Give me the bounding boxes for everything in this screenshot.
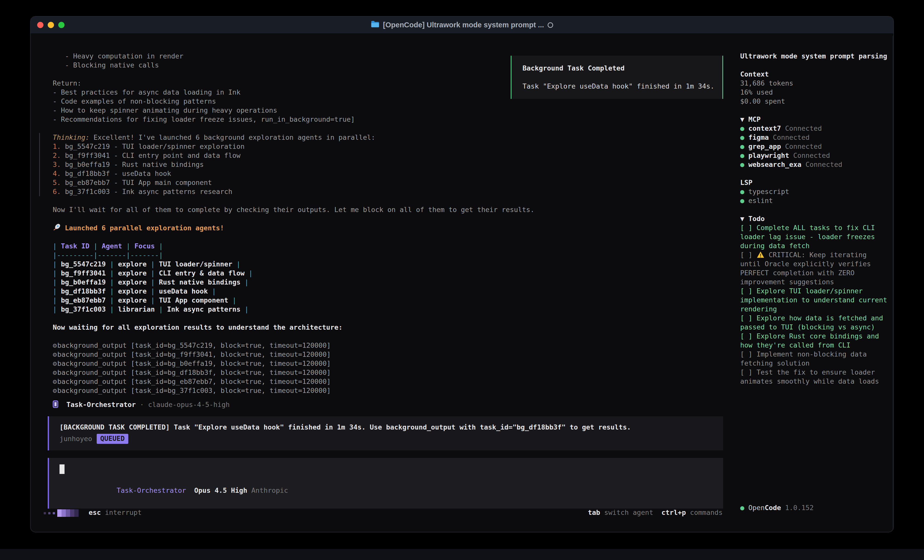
gear-icon: ⚙ (53, 386, 57, 395)
terminal-line: ● eslint (740, 196, 891, 205)
provider-name: Anthropic (248, 487, 288, 494)
terminal-line: $0.00 spent (740, 97, 891, 106)
terminal-line: Launched 6 parallel exploration agents! (39, 223, 724, 232)
terminal-line: ⚙background_output [task_id=bg_df18bb3f,… (39, 368, 724, 377)
todo-item: [ ] Implement non-blocking data fetching… (740, 350, 891, 368)
terminal-line: Now I'll wait for all of them to complet… (39, 205, 724, 214)
terminal-line: Now waiting for all exploration results … (39, 323, 724, 332)
gear-icon: ⚙ (53, 350, 57, 359)
terminal-line (740, 205, 891, 214)
assistant-text: Now I'll wait for all of them to complet… (39, 205, 724, 214)
main-terminal-pane: - Heavy computation in render - Blocking… (31, 34, 724, 532)
terminal-line: ▼ MCP (740, 115, 891, 124)
terminal-line (740, 61, 891, 70)
dock-strip (0, 549, 924, 560)
todo-item: [ ] Complete ALL tasks to fix CLI loader… (740, 223, 891, 250)
sidebar-info: Ultrawork mode system prompt parsing Con… (740, 52, 891, 223)
zoom-button[interactable] (58, 22, 64, 28)
folder-icon (371, 21, 380, 29)
rocket-icon (53, 223, 61, 232)
warning-triangle-icon (756, 250, 765, 259)
gear-icon: ⚙ (53, 377, 57, 386)
terminal-line: ⚙background_output [task_id=bg_f9ff3041,… (39, 350, 724, 359)
terminal-line: | bg_b0effa19 | explore | Rust native bi… (39, 278, 724, 287)
terminal-line: ● playwright Connected (740, 151, 891, 160)
terminal-line: ⚙background_output [task_id=bg_eb87ebb7,… (39, 377, 724, 386)
gear-icon: ⚙ (53, 368, 57, 377)
loading-circle-icon (548, 22, 553, 28)
gear-icon: ⚙ (53, 359, 57, 368)
todo-item: [ ] Test the fix to ensure loader animat… (740, 368, 891, 386)
scrollbar[interactable] (892, 35, 894, 530)
sidebar: Ultrawork mode system prompt parsing Con… (724, 34, 894, 532)
agent-header: Task-Orchestrator · claude-opus-4-5-high (39, 400, 724, 409)
terminal-line: - Recommendations for fixing loader free… (39, 115, 724, 124)
toast-body: Task "Explore useData hook" finished in … (522, 82, 722, 91)
assistant-text-2: Now waiting for all exploration results … (39, 323, 724, 332)
terminal-line: | bg_df18bb3f | explore | useData hook | (39, 287, 724, 296)
background-task-completed-box: [BACKGROUND TASK COMPLETED] Task "Explor… (48, 416, 723, 450)
queued-badge: QUEUED (97, 434, 128, 444)
prompt-input[interactable]: Task-Orchestrator Opus 4.5 High Anthropi… (48, 458, 723, 509)
titlebar: [OpenCode] Ultrawork mode system prompt … (31, 16, 893, 34)
terminal-line: ⚙background_output [task_id=bg_5547c219,… (39, 341, 724, 350)
thinking-block: Thinking: Excellent! I've launched 6 bac… (39, 133, 724, 196)
announcement-line: Launched 6 parallel exploration agents! (39, 223, 724, 232)
terminal-line: 2. bg_f9ff3041 - CLI entry point and dat… (40, 151, 724, 160)
task-completed-message: [BACKGROUND TASK COMPLETED] Task "Explor… (60, 423, 713, 432)
terminal-line: |---------|-------|-------| (39, 251, 724, 260)
terminal-line: ● websearch_exa Connected (740, 160, 891, 169)
terminal-line: 3. bg_b0effa19 - Rust native bindings (40, 160, 724, 169)
terminal-line: Thinking: Excellent! I've launched 6 bac… (40, 133, 724, 142)
esc-hint: esc interrupt (88, 509, 142, 518)
terminal-line: LSP (740, 178, 891, 187)
terminal-line: | bg_eb87ebb7 | explore | TUI App compon… (39, 296, 724, 305)
keyboard-hints: tab switch agent ctrl+p commands (588, 509, 723, 518)
terminal-line: - How to keep spinner animating during h… (39, 106, 724, 115)
terminal-line: ● grep_app Connected (740, 142, 891, 151)
chat-transcript: - Heavy computation in render - Blocking… (31, 34, 724, 509)
tool-call-list: ⚙background_output [task_id=bg_5547c219,… (39, 341, 724, 395)
terminal-line (740, 169, 891, 178)
minimize-button[interactable] (48, 22, 54, 28)
gear-icon: ⚙ (53, 341, 57, 350)
status-bar: esc interrupt tab switch agent ctrl+p co… (31, 509, 724, 518)
progress-blocks-icon (44, 509, 79, 517)
text-cursor (60, 464, 64, 474)
terminal-line: ▼ Todo (740, 214, 891, 223)
username: junhoyeo (60, 434, 92, 443)
todo-item: [ ] CRITICAL: Keep iterating until Oracl… (740, 250, 891, 286)
toast-notification[interactable]: Background Task Completed Task "Explore … (511, 56, 723, 99)
toast-title: Background Task Completed (522, 64, 722, 73)
terminal-line: 1. bg_5547c219 - TUI loader/spinner expl… (40, 142, 724, 151)
terminal-line: Ultrawork mode system prompt parsing (740, 52, 891, 61)
traffic-lights (37, 16, 64, 33)
model-name: Opus 4.5 High (186, 487, 248, 494)
terminal-line: 6. bg_37f1c003 - Ink async patterns rese… (40, 187, 724, 196)
terminal-line: | bg_f9ff3041 | explore | CLI entry & da… (39, 269, 724, 278)
todo-item: [ ] Explore TUI loader/spinner implement… (740, 286, 891, 314)
terminal-line: | bg_37f1c003 | librarian | Ink async pa… (39, 305, 724, 314)
terminal-window: [OpenCode] Ultrawork mode system prompt … (30, 16, 894, 532)
terminal-line (740, 106, 891, 115)
terminal-line: 5. bg_eb87ebb7 - TUI App main component (40, 178, 724, 187)
terminal-line: Task-Orchestrator · claude-opus-4-5-high (39, 400, 724, 409)
window-title: [OpenCode] Ultrawork mode system prompt … (383, 21, 544, 29)
terminal-line: 31,686 tokens (740, 79, 891, 88)
terminal-line: ● figma Connected (740, 133, 891, 142)
terminal-line: Context (740, 70, 891, 79)
terminal-line: 4. bg_df18bb3f - useData hook (40, 169, 724, 178)
agent-selector[interactable]: Task-Orchestrator (117, 487, 186, 494)
todo-list: [ ] Complete ALL tasks to fix CLI loader… (740, 223, 891, 386)
terminal-line: | bg_5547c219 | explore | TUI loader/spi… (39, 260, 724, 269)
terminal-line: ⚙background_output [task_id=bg_b0effa19,… (39, 359, 724, 368)
agent-icon (53, 400, 58, 409)
terminal-line: ⚙background_output [task_id=bg_37f1c003,… (39, 386, 724, 395)
desktop: [OpenCode] Ultrawork mode system prompt … (0, 0, 924, 560)
close-button[interactable] (37, 22, 44, 28)
todo-item: [ ] Explore Rust core bindings and how t… (740, 332, 891, 350)
terminal-line: ● typescript (740, 187, 891, 196)
todo-item: [ ] Explore how data is fetched and pass… (740, 314, 891, 332)
terminal-line: | Task ID | Agent | Focus | (39, 242, 724, 251)
version-line: ● OpenCode 1.0.152 (740, 503, 891, 512)
